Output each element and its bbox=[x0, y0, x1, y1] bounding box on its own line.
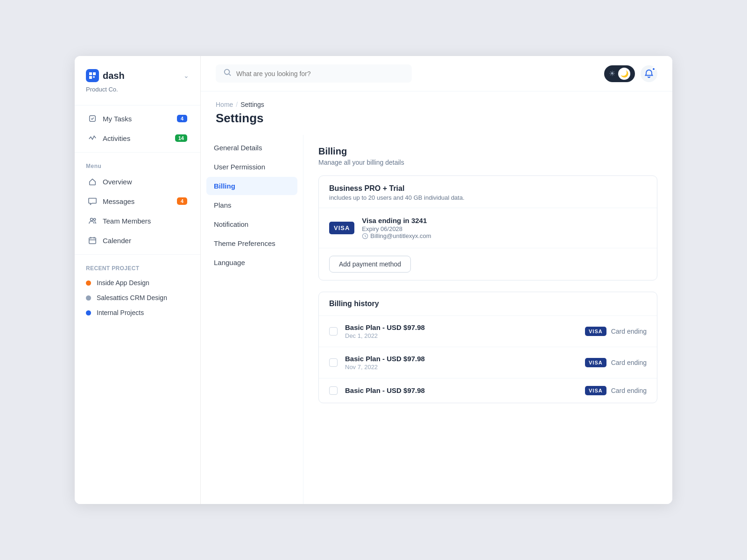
project-internal[interactable]: Internal Projects bbox=[75, 305, 200, 320]
messages-icon bbox=[88, 196, 97, 206]
logo-icon bbox=[86, 69, 99, 82]
settings-nav: General Details User Permission Billing … bbox=[201, 135, 303, 504]
project-salesattics[interactable]: Salesattics CRM Design bbox=[75, 290, 200, 305]
history-row-2: Basic Plan - USD $97.98 VISA Card ending bbox=[319, 378, 657, 403]
divider-1 bbox=[75, 105, 200, 105]
history-checkbox-2[interactable] bbox=[329, 386, 338, 395]
logo-svg bbox=[89, 72, 96, 79]
history-plan-0: Basic Plan - USD $97.98 bbox=[345, 323, 425, 331]
history-checkbox-1[interactable] bbox=[329, 358, 338, 367]
billing-header: Billing Manage all your billing details bbox=[318, 146, 657, 166]
page-title-area: Settings bbox=[201, 111, 672, 135]
history-card-2: Card ending bbox=[611, 387, 647, 394]
my-tasks-badge: 4 bbox=[177, 115, 187, 122]
payment-method-row: VISA Visa ending in 3241 Expiry 06/2028 … bbox=[319, 208, 657, 248]
history-plan-1: Basic Plan - USD $97.98 bbox=[345, 355, 425, 363]
theme-toggle[interactable]: ☀ 🌙 bbox=[604, 65, 635, 82]
moon-icon: 🌙 bbox=[618, 68, 630, 80]
svg-rect-3 bbox=[89, 238, 96, 244]
settings-nav-notification[interactable]: Notification bbox=[206, 215, 297, 233]
plan-description: includes up to 20 users and 40 GB indivi… bbox=[329, 194, 647, 201]
project-dot-blue bbox=[86, 310, 91, 315]
svg-point-4 bbox=[225, 70, 230, 75]
overview-icon bbox=[88, 177, 97, 186]
history-plan-2: Basic Plan - USD $97.98 bbox=[345, 386, 425, 394]
team-icon bbox=[88, 216, 97, 225]
billing-history-header: Billing history bbox=[319, 292, 657, 316]
settings-nav-billing[interactable]: Billing bbox=[206, 177, 297, 195]
history-visa-2: VISA bbox=[585, 386, 606, 395]
main: ☀ 🌙 Home / Settings Settings bbox=[201, 56, 672, 504]
calender-label: Calender bbox=[103, 237, 131, 245]
breadcrumb-current: Settings bbox=[240, 101, 264, 108]
chevron-down-icon[interactable]: ⌄ bbox=[183, 72, 189, 79]
visa-badge: VISA bbox=[329, 222, 354, 234]
settings-nav-plans[interactable]: Plans bbox=[206, 196, 297, 214]
history-date-0: Dec 1, 2022 bbox=[345, 332, 425, 339]
recent-project-heading: RECENT PROJECT bbox=[75, 259, 200, 275]
project-dot-gray bbox=[86, 295, 91, 301]
card-name: Visa ending in 3241 bbox=[362, 217, 431, 224]
sidebar-item-calender[interactable]: Calender bbox=[82, 231, 193, 250]
settings-nav-language[interactable]: Language bbox=[206, 253, 297, 272]
card-expiry: Expiry 06/2028 bbox=[362, 225, 431, 232]
breadcrumb: Home / Settings bbox=[201, 91, 672, 111]
svg-point-2 bbox=[93, 218, 96, 221]
history-row-0: Basic Plan - USD $97.98 Dec 1, 2022 VISA… bbox=[319, 316, 657, 347]
topbar: ☀ 🌙 bbox=[201, 56, 672, 91]
sidebar-item-my-tasks[interactable]: My Tasks 4 bbox=[82, 109, 193, 128]
billing-subtitle: Manage all your billing details bbox=[318, 159, 657, 166]
sidebar-item-messages[interactable]: Messages 4 bbox=[82, 192, 193, 210]
billing-plan-section: Business PRO + Trial includes up to 20 u… bbox=[318, 175, 657, 280]
billing-content: Billing Manage all your billing details … bbox=[303, 135, 672, 504]
app-container: dash ⌄ Product Co. My Tasks 4 bbox=[75, 56, 672, 504]
settings-nav-theme-preferences[interactable]: Theme Preferences bbox=[206, 234, 297, 252]
plan-header: Business PRO + Trial includes up to 20 u… bbox=[319, 176, 657, 208]
project-internal-label: Internal Projects bbox=[97, 309, 144, 316]
settings-nav-user-permission[interactable]: User Permission bbox=[206, 158, 297, 176]
plan-title: Business PRO + Trial bbox=[329, 184, 647, 193]
sidebar: dash ⌄ Product Co. My Tasks 4 bbox=[75, 56, 201, 504]
project-dot-orange bbox=[86, 280, 91, 286]
breadcrumb-home: Home bbox=[216, 101, 233, 108]
notifications-button[interactable] bbox=[641, 65, 657, 82]
billing-title: Billing bbox=[318, 146, 657, 157]
divider-2 bbox=[75, 152, 200, 153]
search-input[interactable] bbox=[236, 70, 404, 77]
company-name: Product Co. bbox=[75, 85, 200, 101]
team-members-label: Team Members bbox=[103, 217, 151, 225]
history-visa-0: VISA bbox=[585, 327, 606, 336]
history-checkbox-0[interactable] bbox=[329, 327, 338, 336]
activities-icon bbox=[88, 133, 97, 143]
billing-history-section: Billing history Basic Plan - USD $97.98 … bbox=[318, 292, 657, 403]
billing-email: Billing@untitlexyx.com bbox=[362, 232, 431, 239]
content-body: General Details User Permission Billing … bbox=[201, 135, 672, 504]
sidebar-item-team-members[interactable]: Team Members bbox=[82, 211, 193, 230]
search-bar[interactable] bbox=[216, 64, 412, 83]
activities-label: Activities bbox=[103, 134, 130, 142]
settings-nav-general[interactable]: General Details bbox=[206, 139, 297, 157]
svg-point-1 bbox=[91, 218, 93, 221]
sidebar-top-nav: My Tasks 4 Activities 14 bbox=[75, 109, 200, 148]
overview-label: Overview bbox=[103, 178, 132, 186]
history-date-1: Nov 7, 2022 bbox=[345, 364, 425, 371]
sidebar-menu-nav: Overview Messages 4 Team bbox=[75, 172, 200, 251]
add-payment-area: Add payment method bbox=[319, 248, 657, 280]
sidebar-item-overview[interactable]: Overview bbox=[82, 172, 193, 191]
app-name: dash bbox=[103, 70, 125, 81]
project-inside-app[interactable]: Inside App Design bbox=[75, 275, 200, 290]
billing-history-title: Billing history bbox=[329, 300, 647, 308]
my-tasks-label: My Tasks bbox=[103, 115, 132, 123]
logo-area: dash bbox=[86, 69, 125, 82]
messages-badge: 4 bbox=[177, 197, 187, 205]
project-inside-app-label: Inside App Design bbox=[97, 279, 149, 287]
add-payment-button[interactable]: Add payment method bbox=[329, 256, 411, 273]
messages-label: Messages bbox=[103, 197, 134, 205]
calender-icon bbox=[88, 236, 97, 245]
sidebar-item-activities[interactable]: Activities 14 bbox=[82, 129, 193, 147]
topbar-actions: ☀ 🌙 bbox=[604, 65, 657, 82]
payment-info: Visa ending in 3241 Expiry 06/2028 Billi… bbox=[362, 217, 431, 239]
visa-label: VISA bbox=[334, 224, 350, 231]
history-visa-1: VISA bbox=[585, 358, 606, 367]
history-row-1: Basic Plan - USD $97.98 Nov 7, 2022 VISA… bbox=[319, 347, 657, 378]
